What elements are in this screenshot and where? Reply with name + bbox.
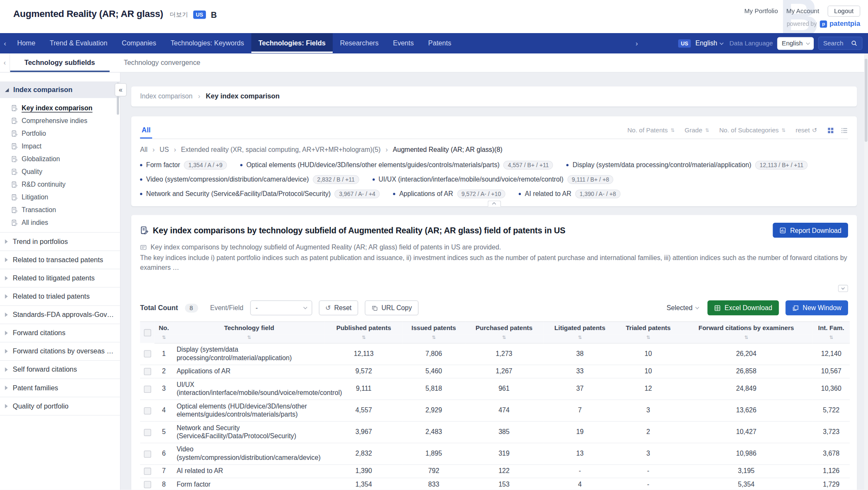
excel-download-button[interactable]: Excel Download (707, 300, 779, 315)
url-copy-button[interactable]: URL Copy (365, 300, 419, 315)
reset-button[interactable]: ↺ Reset (319, 300, 358, 315)
column-header[interactable]: Published patents (325, 322, 403, 334)
column-header[interactable]: Purchased patents (465, 322, 543, 334)
subfield-tag[interactable]: Video (system/compression/distribution/c… (140, 175, 359, 184)
sidebar-child-item[interactable]: Globalization (0, 152, 120, 165)
sidebar-child-item[interactable]: All indies (0, 216, 120, 229)
sidebar-section-item[interactable]: Forward citations (0, 324, 120, 342)
new-window-button[interactable]: New Window (785, 300, 848, 315)
grid-view-icon[interactable] (827, 126, 834, 134)
sidebar-section-item[interactable]: Self forward citations (0, 361, 120, 379)
sidebar-collapse-button[interactable]: « (114, 83, 127, 96)
subfield-tag[interactable]: Network and Security (Service&Facility/D… (140, 190, 380, 199)
column-header[interactable]: Trialed patents (617, 322, 680, 334)
sidebar-child-item[interactable]: Impact (0, 140, 120, 152)
sort-icon[interactable]: ⇅ (162, 335, 166, 340)
my-account-link[interactable]: My Account (786, 8, 819, 14)
data-language-select[interactable]: English (777, 37, 814, 50)
sidebar-child-item[interactable]: Portfolio (0, 127, 120, 140)
description-expand-button[interactable] (838, 285, 848, 292)
sidebar-section-item[interactable]: Trend in portfolios (0, 233, 120, 251)
nav-item[interactable]: Companies (114, 33, 163, 53)
nav-item[interactable]: Technologies: Fields (251, 33, 333, 53)
sort-icon[interactable]: ⇅ (744, 335, 748, 340)
nav-scroll-right-icon[interactable]: › (635, 33, 638, 53)
row-checkbox[interactable] (144, 468, 151, 475)
more-link[interactable]: 더보기 (170, 10, 188, 19)
subfield-tag[interactable]: Display (system/data processing/control/… (567, 161, 808, 170)
sidebar-section-item[interactable]: Standards-FDA approvals-Govern… (0, 306, 120, 324)
sort-option[interactable]: Grade⇅ (684, 127, 709, 134)
nav-item[interactable]: Events (386, 33, 421, 53)
sidebar-child-item[interactable]: R&D continuity (0, 178, 120, 190)
nav-scroll-left-icon[interactable]: ‹ (0, 33, 10, 53)
column-header[interactable]: Litigated patents (543, 322, 617, 334)
breadcrumb-parent[interactable]: Index comparison (140, 92, 192, 100)
sort-icon[interactable]: ⇅ (578, 335, 582, 340)
row-checkbox[interactable] (144, 350, 151, 358)
subfield-tag[interactable]: UI/UX (interaction/interface/mobile/soun… (373, 175, 614, 184)
sidebar-section-item[interactable]: Related to litigated patents (0, 269, 120, 288)
row-checkbox[interactable] (144, 450, 151, 457)
sort-icon[interactable]: ⇅ (247, 335, 251, 340)
sidebar-child-item[interactable]: Transaction (0, 203, 120, 216)
sidebar-section-item[interactable]: Related to trialed patents (0, 288, 120, 306)
my-portfolio-link[interactable]: My Portfolio (744, 8, 778, 14)
sidebar-section-item[interactable]: Forward citations by overseas pat… (0, 342, 120, 361)
sidebar-child-item[interactable]: Comprehensive indies (0, 114, 120, 127)
sort-icon[interactable]: ⇅ (362, 335, 365, 340)
sort-icon[interactable]: ⇅ (502, 335, 506, 340)
row-checkbox[interactable] (144, 481, 151, 488)
column-header[interactable]: Technology field (173, 322, 325, 334)
sidebar-section-item[interactable]: Quality of portfolio (0, 397, 120, 415)
page-scrollbar[interactable] (864, 53, 868, 490)
nav-item[interactable]: Trend & Evaluation (42, 33, 114, 53)
row-checkbox[interactable] (144, 407, 151, 414)
tab-all[interactable]: All (140, 122, 152, 138)
select-all-checkbox[interactable] (144, 329, 151, 336)
event-field-select[interactable]: - (250, 300, 312, 315)
filter-collapse-button[interactable] (487, 201, 501, 207)
column-header[interactable]: Int. Fam. (812, 322, 850, 334)
sidebar-child-item[interactable]: Quality (0, 165, 120, 178)
search-input[interactable]: Search (818, 36, 862, 50)
subtab-scroll-left-icon[interactable]: ‹ (0, 53, 10, 72)
selected-dropdown[interactable]: Selected (667, 304, 698, 312)
subtab-item[interactable]: Technology subfields (10, 53, 110, 72)
sidebar-child-item[interactable]: Litigation (0, 190, 120, 203)
sort-icon[interactable]: ⇅ (646, 335, 650, 340)
nav-item[interactable]: Home (10, 33, 43, 53)
row-checkbox[interactable] (144, 385, 151, 392)
sidebar-child-item[interactable]: Key index comparison (0, 101, 120, 114)
logout-button[interactable]: Logout (827, 6, 860, 17)
path-item[interactable]: Extended reality (XR, spacial computing,… (181, 146, 393, 154)
sort-icon[interactable]: ⇅ (432, 335, 436, 340)
subfield-tag[interactable]: Applications of AR 9,572 / A- / +10 (393, 190, 506, 199)
subtab-item[interactable]: Technology convergence (109, 53, 215, 72)
nav-item[interactable]: Researchers (333, 33, 386, 53)
sort-option[interactable]: No. of Patents⇅ (627, 127, 675, 134)
filter-reset-link[interactable]: reset ↺ (796, 126, 817, 134)
row-checkbox[interactable] (144, 368, 151, 375)
sort-icon[interactable]: ⇅ (829, 335, 833, 340)
sidebar-section-item[interactable]: Related to transacted patents (0, 251, 120, 269)
row-checkbox[interactable] (144, 428, 151, 436)
sidebar-section-index-comparison[interactable]: Index comparison « (0, 81, 120, 98)
nav-item[interactable]: Technologies: Keywords (164, 33, 251, 53)
nav-item[interactable]: Patents (421, 33, 458, 53)
path-item[interactable]: Augmented Reality (AR; AR glass)(8) (393, 146, 503, 154)
sidebar-section-item[interactable]: Patent families (0, 379, 120, 397)
path-item[interactable]: All (140, 146, 159, 154)
subfield-tag[interactable]: Form factor 1,354 / A / +9 (140, 161, 227, 170)
column-header[interactable]: No. (154, 322, 173, 334)
sort-option[interactable]: No. of Subcategories⇅ (719, 127, 786, 134)
path-item[interactable]: US (160, 146, 181, 154)
nav-language-dropdown[interactable]: English (696, 39, 723, 47)
column-header[interactable]: Forward citations by examiners (680, 322, 812, 334)
brand-logo[interactable]: p patentpia (820, 20, 860, 28)
list-view-icon[interactable] (841, 126, 848, 134)
scrollbar-thumb[interactable] (865, 59, 868, 142)
subfield-tag[interactable]: AI related to AR 1,390 / A- / +8 (519, 190, 620, 199)
report-download-button[interactable]: Report Download (773, 223, 848, 238)
column-header[interactable]: Issued patents (403, 322, 465, 334)
